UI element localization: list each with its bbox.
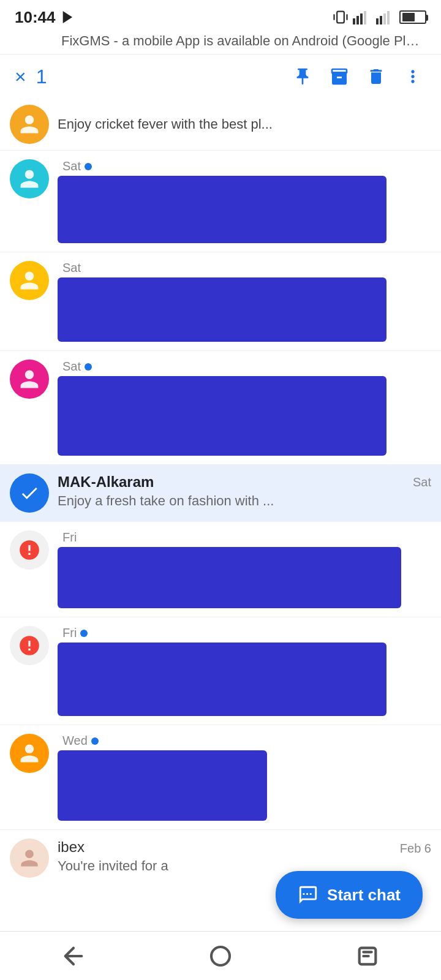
message-content: Sat (58, 261, 431, 342)
alert-icon (18, 538, 41, 562)
play-icon (61, 10, 74, 24)
avatar (10, 261, 49, 300)
message-content: Wed (58, 734, 431, 821)
message-time: Sat (62, 360, 92, 374)
message-time: Sat (413, 475, 431, 489)
top-item-avatar (10, 105, 49, 144)
svg-rect-9 (380, 16, 382, 24)
svg-rect-6 (360, 13, 363, 24)
avatar-alert (10, 530, 49, 570)
recent-icon (355, 944, 380, 968)
person-icon (18, 270, 40, 292)
avatar-alert (10, 626, 49, 665)
avatar (10, 734, 49, 773)
message-header: MAK-Alkaram Sat (58, 473, 431, 491)
svg-rect-8 (376, 18, 379, 24)
status-time: 10:44 (15, 8, 74, 27)
message-time: Sat (62, 261, 81, 275)
avatar-check (10, 473, 49, 513)
message-list: Sat Sat Sat (0, 151, 441, 830)
toolbar-actions (287, 61, 429, 92)
message-header: Sat (58, 159, 431, 173)
svg-rect-11 (387, 11, 390, 24)
recent-button[interactable] (343, 938, 392, 974)
avatar (10, 360, 49, 399)
message-sender: MAK-Alkaram (58, 473, 154, 491)
message-item[interactable]: Wed (0, 725, 441, 830)
archive-icon (330, 67, 349, 86)
message-body (58, 750, 267, 821)
svg-rect-1 (337, 12, 344, 23)
message-time: Sat (62, 159, 92, 173)
message-header: Fri (58, 626, 431, 640)
partial-time: Feb 6 (400, 842, 431, 856)
pin-icon (293, 67, 312, 86)
person-icon (18, 368, 40, 390)
home-button[interactable] (196, 938, 245, 974)
signal2-icon (376, 10, 396, 24)
message-item[interactable]: Sat (0, 351, 441, 465)
unread-indicator (80, 630, 88, 637)
notification-preview: FixGMS - a mobile App is available on An… (0, 32, 441, 55)
top-partial-item[interactable]: Enjoy cricket fever with the best pl... (0, 99, 441, 151)
message-content: Sat (58, 360, 431, 456)
home-icon (208, 944, 233, 968)
message-body (58, 376, 386, 456)
partial-sender: ibex (58, 839, 85, 856)
archive-button[interactable] (323, 61, 355, 92)
message-body (58, 277, 386, 342)
unread-indicator (91, 737, 99, 745)
start-chat-button[interactable]: Start chat (276, 871, 423, 919)
avatar (10, 159, 49, 198)
status-icons: 35 (332, 9, 426, 26)
time-display: 10:44 (15, 8, 56, 27)
back-button[interactable] (49, 938, 98, 974)
alert-icon (18, 634, 41, 657)
message-header: Sat (58, 360, 431, 374)
svg-rect-10 (383, 13, 386, 24)
signal-icon (353, 10, 372, 24)
message-time: Wed (62, 734, 99, 748)
svg-rect-5 (356, 16, 359, 24)
message-body (58, 547, 401, 608)
message-item[interactable]: Fri (0, 522, 441, 617)
message-preview: Enjoy a fresh take on fashion with ... (58, 493, 431, 509)
message-header: Sat (58, 261, 431, 275)
pin-button[interactable] (287, 61, 318, 92)
message-content: MAK-Alkaram Sat Enjoy a fresh take on fa… (58, 473, 431, 509)
message-time: Fri (62, 530, 77, 545)
person-icon (18, 168, 40, 190)
chat-icon (298, 884, 318, 905)
message-item[interactable]: Sat (0, 151, 441, 252)
svg-point-14 (211, 947, 230, 965)
person-icon (19, 848, 40, 869)
message-content: Sat (58, 159, 431, 243)
battery-icon: 35 (399, 10, 426, 24)
selection-count: 1 (36, 66, 287, 88)
more-button[interactable] (397, 61, 429, 92)
delete-button[interactable] (360, 61, 392, 92)
message-body (58, 176, 386, 243)
message-content: Fri (58, 626, 431, 716)
avatar-partial (10, 839, 49, 878)
message-time: Fri (62, 626, 88, 640)
unread-indicator (85, 163, 92, 170)
battery-level: 35 (403, 12, 414, 23)
unread-indicator (85, 363, 92, 371)
message-header: Fri (58, 530, 431, 545)
message-item[interactable]: Fri (0, 617, 441, 725)
toolbar: × 1 (0, 55, 441, 99)
svg-rect-7 (364, 11, 366, 24)
message-item[interactable]: Sat (0, 252, 441, 351)
partial-content: ibex Feb 6 You're invited for a (58, 839, 431, 874)
svg-marker-0 (63, 12, 71, 23)
check-icon (19, 483, 40, 503)
message-body (58, 643, 386, 716)
message-item-selected[interactable]: MAK-Alkaram Sat Enjoy a fresh take on fa… (0, 465, 441, 522)
delete-icon (366, 67, 386, 86)
message-content: Fri (58, 530, 431, 608)
close-button[interactable]: × (12, 66, 36, 88)
start-chat-label: Start chat (327, 886, 401, 905)
top-item-preview: Enjoy cricket fever with the best pl... (58, 116, 273, 132)
more-icon (403, 67, 423, 86)
